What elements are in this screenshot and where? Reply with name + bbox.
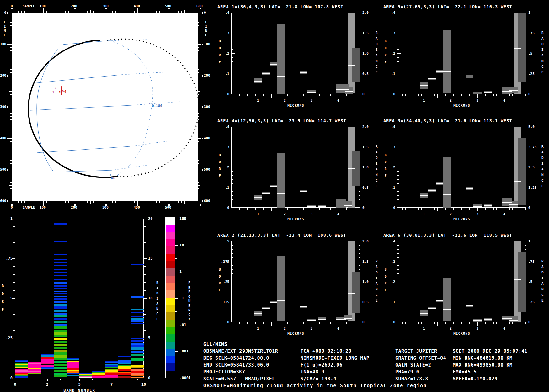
sample-ruler-tick — [137, 9, 138, 13]
sample-ruler-tick — [166, 201, 166, 203]
micron-axis-tick — [328, 94, 328, 96]
micron-axis-tick — [408, 322, 408, 324]
micron-axis-tick — [325, 322, 325, 326]
micron-tick-label: 3 — [308, 326, 315, 331]
svg-text:3: 3 — [59, 91, 61, 94]
radiance-axis-tick — [359, 318, 360, 318]
bdrf-axis-title: B — [385, 39, 387, 43]
micron-axis-tick — [456, 208, 456, 210]
info-field: MAX RNG=499850.00 KM — [453, 362, 513, 368]
micron-axis-tick — [504, 94, 504, 98]
bdrf-axis-tick — [232, 314, 233, 314]
micron-axis-tick — [429, 94, 429, 96]
bdrf-axis-tick — [232, 61, 233, 62]
bdrf-axis-title: B — [219, 39, 221, 43]
micron-axis-tick — [448, 208, 448, 210]
sample-ruler-tick — [131, 201, 131, 203]
micron-axis-tick — [467, 208, 467, 210]
micron-axis-tick — [298, 94, 298, 98]
histogram-stripe — [15, 367, 28, 368]
colorbar-block — [166, 371, 175, 378]
micron-axis-tick — [255, 322, 256, 324]
micron-axis-tick — [424, 322, 424, 326]
line-ruler-mark — [202, 138, 203, 139]
histogram-stripe — [131, 347, 144, 349]
histogram-stripe — [54, 223, 67, 225]
micron-axis-tick — [518, 322, 518, 326]
radiance-tick-label: .75 — [528, 31, 535, 35]
histogram-right-tick — [144, 266, 146, 267]
micron-axis-tick — [287, 208, 288, 210]
histogram-left-tick — [13, 290, 15, 291]
micron-axis-tick — [296, 322, 296, 324]
sample-ruler-tick — [109, 201, 109, 203]
line-ruler-mark — [202, 75, 203, 77]
radiance-axis-tick — [357, 188, 360, 188]
area-plot-frame — [397, 241, 526, 322]
north-pole-label: NP — [111, 176, 115, 180]
line-axis-title: E — [205, 33, 207, 37]
micron-axis-tick — [352, 208, 352, 211]
micron-axis-tick — [280, 94, 280, 96]
info-field: END SCLK=05841733.06.0 — [203, 362, 269, 368]
histogram-left-tick — [13, 330, 15, 331]
radiance-axis-tick — [357, 147, 360, 147]
radiance-axis-title: D — [541, 42, 544, 46]
histogram-left-tick — [13, 266, 15, 267]
bdrf-axis-tick — [397, 78, 399, 78]
micron-axis-tick — [499, 208, 499, 210]
histogram-right-tick — [144, 306, 146, 306]
radiance-axis-title: I — [376, 48, 378, 52]
sample-ruler-tick — [15, 11, 15, 13]
sample-ruler-tick — [153, 201, 153, 204]
radiance-axis-tick — [359, 45, 360, 45]
sky-projection-plot: x 0,180 x NP 1 2 3 4 5 6 — [0, 0, 213, 213]
sample-ruler-tick — [115, 201, 116, 203]
line-ruler-mark — [202, 106, 203, 108]
spectrum-mean-line — [277, 193, 285, 194]
bdrf-axis-tick — [397, 151, 399, 151]
bdrf-axis-tick — [232, 273, 233, 274]
micron-axis-tick — [402, 208, 403, 210]
spectrum-mean-line — [502, 318, 512, 319]
bdrf-axis-title: D — [219, 46, 221, 50]
radiance-axis-title: I — [541, 48, 544, 52]
micron-axis-tick — [296, 94, 296, 96]
sample-ruler-tick — [78, 11, 78, 13]
radiance-axis-tick — [525, 90, 526, 90]
histogram-stripe — [67, 373, 79, 374]
histogram-stripe — [92, 372, 105, 373]
histogram-stripe — [54, 370, 67, 372]
colorbar-block — [166, 356, 175, 363]
micron-axis-tick — [330, 208, 331, 210]
micron-tick-label: 1 — [421, 326, 427, 331]
micron-axis-tick — [432, 94, 432, 96]
sample-ruler-tick — [115, 11, 116, 13]
histogram-stripe — [15, 370, 28, 372]
micron-axis-tick — [491, 94, 491, 98]
bdrf-tick-label: .3 — [379, 260, 395, 264]
line-tick-label: 500 — [204, 167, 210, 172]
line-axis-title: I — [205, 24, 207, 29]
line-ruler-tick — [10, 198, 12, 198]
line-ruler-tick — [10, 179, 12, 179]
micron-tick-label: 4 — [335, 98, 341, 103]
micron-axis-tick — [424, 94, 424, 98]
micron-axis-tick — [469, 94, 470, 96]
line-ruler-tick — [198, 192, 199, 192]
spectrum-mean-line — [420, 195, 428, 196]
micron-axis-tick — [322, 94, 322, 96]
line-ruler-tick — [198, 163, 199, 164]
bdrf-axis-tick — [232, 269, 233, 270]
histogram-radiance-label: 10 — [148, 296, 152, 300]
micron-axis-tick — [338, 94, 338, 98]
line-tick-label: 200 — [0, 73, 6, 77]
histogram-left-tick — [13, 306, 15, 306]
bdrf-axis-tick — [232, 204, 233, 204]
micron-axis-tick — [287, 322, 288, 324]
line-ruler-tick — [198, 22, 199, 23]
spectrum-bar-box — [344, 315, 352, 320]
bdrf-axis-tick — [232, 298, 233, 298]
micron-axis-tick — [237, 322, 237, 324]
colorbar-block — [166, 334, 175, 342]
